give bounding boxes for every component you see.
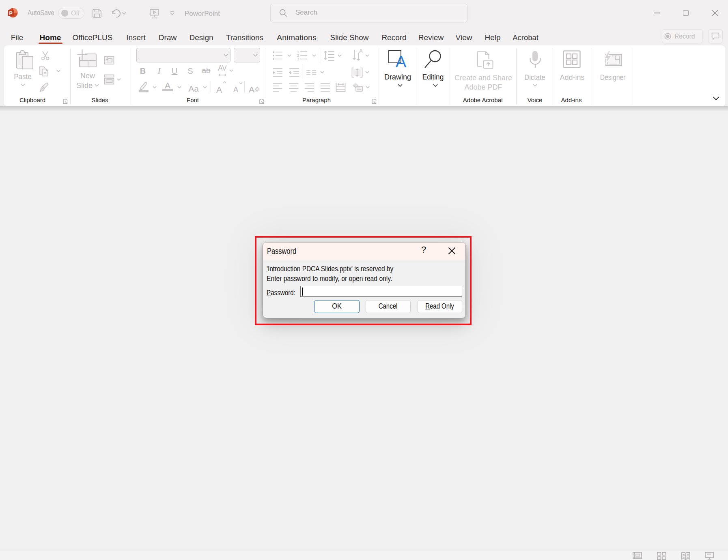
svg-text:A: A bbox=[359, 48, 363, 54]
svg-text:P: P bbox=[9, 11, 13, 16]
svg-text:3: 3 bbox=[297, 57, 299, 61]
svg-text:A: A bbox=[396, 53, 407, 71]
